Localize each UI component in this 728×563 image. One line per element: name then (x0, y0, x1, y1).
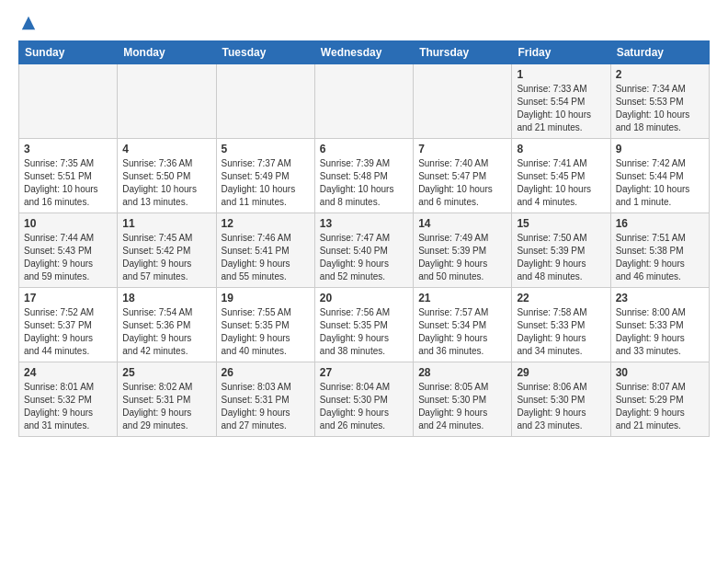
calendar-cell: 2Sunrise: 7:34 AM Sunset: 5:53 PM Daylig… (610, 64, 709, 139)
calendar-cell: 26Sunrise: 8:03 AM Sunset: 5:31 PM Dayli… (216, 362, 314, 437)
calendar-cell: 5Sunrise: 7:37 AM Sunset: 5:49 PM Daylig… (216, 139, 314, 213)
logo-icon (20, 15, 37, 31)
day-info: Sunrise: 7:35 AM Sunset: 5:51 PM Dayligh… (24, 157, 112, 209)
day-number: 25 (122, 366, 210, 379)
day-number: 28 (418, 366, 506, 379)
calendar-cell: 11Sunrise: 7:45 AM Sunset: 5:42 PM Dayli… (118, 213, 216, 288)
calendar-cell: 21Sunrise: 7:57 AM Sunset: 5:34 PM Dayli… (414, 288, 512, 362)
day-number: 8 (517, 143, 605, 155)
day-info: Sunrise: 8:01 AM Sunset: 5:32 PM Dayligh… (24, 381, 112, 432)
calendar-week-row: 17Sunrise: 7:52 AM Sunset: 5:37 PM Dayli… (19, 288, 710, 362)
day-number: 29 (517, 366, 605, 379)
logo-text (18, 15, 37, 31)
calendar-cell: 23Sunrise: 8:00 AM Sunset: 5:33 PM Dayli… (610, 288, 709, 362)
day-number: 12 (222, 217, 310, 230)
day-number: 2 (616, 68, 704, 81)
day-info: Sunrise: 8:02 AM Sunset: 5:31 PM Dayligh… (122, 381, 210, 432)
calendar-cell: 25Sunrise: 8:02 AM Sunset: 5:31 PM Dayli… (118, 362, 216, 437)
day-info: Sunrise: 7:57 AM Sunset: 5:34 PM Dayligh… (418, 306, 506, 358)
day-info: Sunrise: 8:04 AM Sunset: 5:30 PM Dayligh… (320, 381, 408, 432)
day-info: Sunrise: 8:05 AM Sunset: 5:30 PM Dayligh… (418, 381, 506, 432)
day-info: Sunrise: 7:51 AM Sunset: 5:38 PM Dayligh… (616, 232, 704, 283)
day-info: Sunrise: 7:36 AM Sunset: 5:50 PM Dayligh… (122, 157, 210, 209)
header (18, 15, 710, 31)
day-number: 18 (122, 292, 210, 304)
calendar-cell: 24Sunrise: 8:01 AM Sunset: 5:32 PM Dayli… (19, 362, 118, 437)
calendar-cell: 14Sunrise: 7:49 AM Sunset: 5:39 PM Dayli… (414, 213, 512, 288)
day-number: 23 (616, 292, 704, 304)
calendar-cell: 30Sunrise: 8:07 AM Sunset: 5:29 PM Dayli… (610, 362, 709, 437)
calendar-week-row: 24Sunrise: 8:01 AM Sunset: 5:32 PM Dayli… (19, 362, 710, 437)
calendar-cell (19, 64, 118, 139)
day-info: Sunrise: 7:40 AM Sunset: 5:47 PM Dayligh… (418, 157, 506, 209)
day-info: Sunrise: 7:34 AM Sunset: 5:53 PM Dayligh… (616, 83, 704, 134)
day-info: Sunrise: 7:37 AM Sunset: 5:49 PM Dayligh… (222, 157, 310, 209)
day-info: Sunrise: 8:00 AM Sunset: 5:33 PM Dayligh… (616, 306, 704, 358)
calendar-cell: 6Sunrise: 7:39 AM Sunset: 5:48 PM Daylig… (314, 139, 413, 213)
day-info: Sunrise: 7:46 AM Sunset: 5:41 PM Dayligh… (222, 232, 310, 283)
day-info: Sunrise: 7:49 AM Sunset: 5:39 PM Dayligh… (418, 232, 506, 283)
weekday-header: Monday (118, 41, 216, 64)
calendar-cell: 9Sunrise: 7:42 AM Sunset: 5:44 PM Daylig… (610, 139, 709, 213)
calendar-cell: 3Sunrise: 7:35 AM Sunset: 5:51 PM Daylig… (19, 139, 118, 213)
day-number: 27 (320, 366, 408, 379)
day-info: Sunrise: 7:54 AM Sunset: 5:36 PM Dayligh… (122, 306, 210, 358)
day-number: 6 (320, 143, 408, 155)
calendar-cell: 10Sunrise: 7:44 AM Sunset: 5:43 PM Dayli… (19, 213, 118, 288)
logo (18, 15, 37, 31)
calendar-cell: 12Sunrise: 7:46 AM Sunset: 5:41 PM Dayli… (216, 213, 314, 288)
calendar-cell: 15Sunrise: 7:50 AM Sunset: 5:39 PM Dayli… (512, 213, 610, 288)
calendar-cell: 8Sunrise: 7:41 AM Sunset: 5:45 PM Daylig… (512, 139, 610, 213)
calendar-cell: 4Sunrise: 7:36 AM Sunset: 5:50 PM Daylig… (118, 139, 216, 213)
day-info: Sunrise: 7:33 AM Sunset: 5:54 PM Dayligh… (517, 83, 605, 134)
day-info: Sunrise: 7:45 AM Sunset: 5:42 PM Dayligh… (122, 232, 210, 283)
calendar-week-row: 3Sunrise: 7:35 AM Sunset: 5:51 PM Daylig… (19, 139, 710, 213)
weekday-header: Tuesday (216, 41, 314, 64)
calendar-cell: 29Sunrise: 8:06 AM Sunset: 5:30 PM Dayli… (512, 362, 610, 437)
day-number: 9 (616, 143, 704, 155)
day-number: 22 (517, 292, 605, 304)
calendar-cell (216, 64, 314, 139)
weekday-header: Friday (512, 41, 610, 64)
calendar-header-row: SundayMondayTuesdayWednesdayThursdayFrid… (19, 41, 710, 64)
calendar-cell: 20Sunrise: 7:56 AM Sunset: 5:35 PM Dayli… (314, 288, 413, 362)
calendar-table: SundayMondayTuesdayWednesdayThursdayFrid… (18, 40, 710, 437)
day-info: Sunrise: 7:47 AM Sunset: 5:40 PM Dayligh… (320, 232, 408, 283)
day-number: 3 (24, 143, 112, 155)
day-number: 15 (517, 217, 605, 230)
day-info: Sunrise: 7:39 AM Sunset: 5:48 PM Dayligh… (320, 157, 408, 209)
day-number: 19 (222, 292, 310, 304)
svg-marker-0 (22, 17, 35, 29)
calendar-cell (414, 64, 512, 139)
weekday-header: Wednesday (314, 41, 413, 64)
day-number: 7 (418, 143, 506, 155)
calendar-cell: 27Sunrise: 8:04 AM Sunset: 5:30 PM Dayli… (314, 362, 413, 437)
day-info: Sunrise: 8:07 AM Sunset: 5:29 PM Dayligh… (616, 381, 704, 432)
calendar-cell: 1Sunrise: 7:33 AM Sunset: 5:54 PM Daylig… (512, 64, 610, 139)
day-info: Sunrise: 7:58 AM Sunset: 5:33 PM Dayligh… (517, 306, 605, 358)
day-number: 14 (418, 217, 506, 230)
day-number: 20 (320, 292, 408, 304)
day-info: Sunrise: 8:06 AM Sunset: 5:30 PM Dayligh… (517, 381, 605, 432)
day-info: Sunrise: 7:52 AM Sunset: 5:37 PM Dayligh… (24, 306, 112, 358)
day-info: Sunrise: 7:41 AM Sunset: 5:45 PM Dayligh… (517, 157, 605, 209)
day-number: 13 (320, 217, 408, 230)
calendar-cell: 17Sunrise: 7:52 AM Sunset: 5:37 PM Dayli… (19, 288, 118, 362)
calendar-cell: 28Sunrise: 8:05 AM Sunset: 5:30 PM Dayli… (414, 362, 512, 437)
day-number: 5 (222, 143, 310, 155)
weekday-header: Thursday (414, 41, 512, 64)
weekday-header: Sunday (19, 41, 118, 64)
day-number: 16 (616, 217, 704, 230)
day-number: 30 (616, 366, 704, 379)
calendar-cell: 13Sunrise: 7:47 AM Sunset: 5:40 PM Dayli… (314, 213, 413, 288)
calendar-week-row: 10Sunrise: 7:44 AM Sunset: 5:43 PM Dayli… (19, 213, 710, 288)
weekday-header: Saturday (610, 41, 709, 64)
page: SundayMondayTuesdayWednesdayThursdayFrid… (0, 0, 728, 452)
calendar-cell: 18Sunrise: 7:54 AM Sunset: 5:36 PM Dayli… (118, 288, 216, 362)
day-number: 1 (517, 68, 605, 81)
calendar-cell (314, 64, 413, 139)
day-info: Sunrise: 7:42 AM Sunset: 5:44 PM Dayligh… (616, 157, 704, 209)
day-number: 10 (24, 217, 112, 230)
day-info: Sunrise: 7:44 AM Sunset: 5:43 PM Dayligh… (24, 232, 112, 283)
calendar-cell: 7Sunrise: 7:40 AM Sunset: 5:47 PM Daylig… (414, 139, 512, 213)
